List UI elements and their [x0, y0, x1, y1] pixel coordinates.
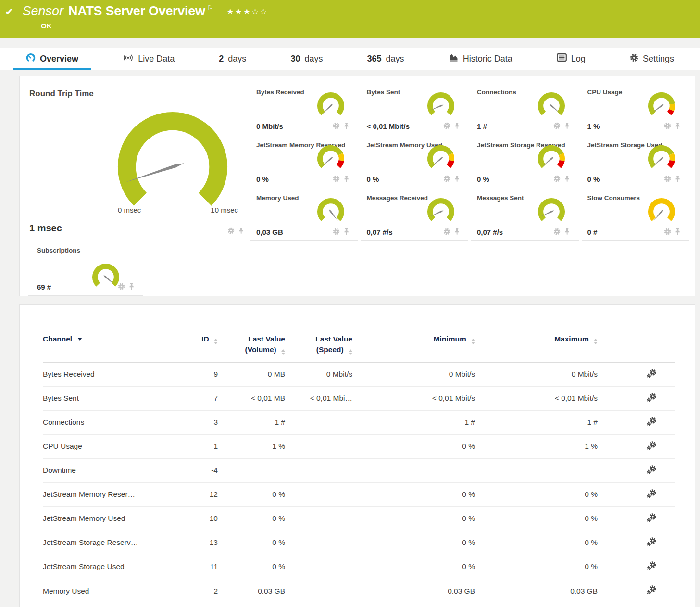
pin-icon[interactable] [344, 122, 349, 131]
channel-settings-gears-icon[interactable] [600, 417, 675, 429]
table-row: JetStream Memory Used100 %0 %0 % [43, 507, 675, 531]
gauge-tile-actions [553, 122, 570, 131]
tab-live-data[interactable]: Live Data [110, 48, 187, 70]
cell-last-value-volume: < 0,01 MB [221, 394, 288, 403]
cell-last-value-volume: 0,03 GB [221, 587, 288, 595]
column-header-id[interactable]: ID [187, 334, 221, 344]
cell-channel[interactable]: CPU Usage [43, 442, 187, 451]
pin-icon[interactable] [675, 175, 680, 184]
sort-arrows-icon[interactable] [349, 349, 352, 355]
tab-range-number: 2 [219, 54, 224, 64]
column-header-min[interactable]: Minimum [355, 334, 478, 344]
channel-settings-gears-icon[interactable] [600, 441, 675, 453]
pin-icon[interactable] [564, 122, 570, 131]
historic-data-icon [449, 53, 459, 64]
gear-icon[interactable] [664, 122, 671, 131]
table-row: JetStream Storage Used110 %0 %0 % [43, 555, 675, 579]
cell-channel[interactable]: Connections [43, 418, 187, 427]
pin-icon[interactable] [675, 228, 680, 237]
column-header-max[interactable]: Maximum [478, 334, 600, 344]
pin-icon[interactable] [344, 175, 349, 184]
tab-historic-data[interactable]: Historic Data [436, 48, 525, 70]
gear-icon[interactable] [333, 175, 340, 184]
pin-icon[interactable] [454, 122, 460, 131]
cell-channel[interactable]: Memory Used [43, 587, 187, 595]
log-icon [557, 53, 567, 64]
pin-icon[interactable] [675, 122, 680, 131]
gauge-value: 0 % [477, 175, 489, 183]
cell-channel[interactable]: JetStream Memory Used [43, 514, 187, 523]
channel-settings-gears-icon[interactable] [600, 489, 675, 501]
pin-icon[interactable] [344, 228, 349, 237]
pin-icon[interactable] [238, 227, 244, 236]
column-header-channel[interactable]: Channel [43, 334, 187, 344]
table-row: CPU Usage11 %0 %1 % [43, 435, 675, 459]
pin-icon[interactable] [564, 228, 570, 237]
gauge-value: 0 % [256, 175, 269, 183]
cell-maximum: 1 # [478, 418, 600, 427]
priority-flag-icon[interactable]: ⚐ [207, 4, 213, 12]
tab-settings[interactable]: Settings [617, 48, 687, 70]
channel-settings-gears-icon[interactable] [600, 465, 675, 477]
gauge-tile-actions [333, 122, 349, 131]
gauge-tile-grid: Bytes Received0 Mbit/s Bytes Sent< 0,01 … [250, 82, 695, 296]
tab-overview[interactable]: Overview [13, 48, 91, 70]
gear-icon[interactable] [553, 175, 561, 184]
sort-arrows-icon[interactable] [214, 339, 218, 344]
gear-icon[interactable] [553, 228, 561, 237]
sort-arrows-icon[interactable] [471, 339, 475, 344]
gear-icon[interactable] [333, 228, 340, 237]
channel-settings-gears-icon[interactable] [600, 561, 675, 573]
channel-settings-gears-icon[interactable] [600, 392, 675, 405]
gauge-value: 0 # [588, 228, 598, 236]
cell-maximum: 0,03 GB [478, 587, 600, 595]
tab-365-days[interactable]: 365days [355, 48, 417, 70]
gauge-value: 0 % [367, 175, 379, 183]
gear-icon[interactable] [443, 228, 450, 237]
gear-icon[interactable] [664, 228, 671, 237]
pin-icon[interactable] [454, 228, 460, 237]
cell-channel[interactable]: Bytes Sent [43, 394, 187, 403]
cell-maximum: 0 % [478, 538, 600, 547]
channel-settings-gears-icon[interactable] [600, 537, 675, 549]
pin-icon[interactable] [454, 175, 460, 184]
gear-icon[interactable] [118, 283, 125, 292]
gauge-tile-actions [664, 122, 680, 131]
gear-icon[interactable] [443, 122, 450, 131]
sort-arrows-icon[interactable] [281, 349, 285, 355]
cell-channel[interactable]: Downtime [43, 466, 187, 475]
gear-icon[interactable] [227, 227, 235, 236]
column-header-speed[interactable]: Last Value(Speed) [288, 334, 355, 355]
object-kind-label: Sensor [22, 4, 63, 19]
pin-icon[interactable] [564, 175, 570, 184]
cell-minimum: 0 % [355, 490, 478, 499]
status-badge: OK [41, 22, 693, 30]
gear-icon[interactable] [443, 175, 450, 184]
cell-channel[interactable]: JetStream Storage Used [43, 562, 187, 571]
priority-stars[interactable]: ★★★☆☆ [226, 7, 268, 16]
cell-last-value-volume: 0 % [221, 538, 288, 547]
cell-channel[interactable]: JetStream Storage Reserv… [43, 538, 187, 547]
tab-2-days[interactable]: 2days [206, 48, 259, 70]
tab-bar: OverviewLive Data2days30days365daysHisto… [0, 48, 700, 70]
cell-maximum: 0 % [478, 514, 600, 523]
gear-icon[interactable] [664, 175, 671, 184]
channel-settings-gears-icon[interactable] [600, 368, 675, 380]
cell-last-value-volume: 0 % [221, 514, 288, 523]
column-header-volume[interactable]: Last Value(Volume) [221, 334, 288, 355]
tab-log[interactable]: Log [544, 48, 598, 70]
cell-channel[interactable]: Bytes Received [43, 370, 187, 379]
sort-desc-icon[interactable] [77, 338, 82, 341]
table-row: Bytes Sent7< 0,01 MB< 0,01 Mbi…< 0,01 Mb… [43, 387, 675, 411]
channel-settings-gears-icon[interactable] [600, 513, 675, 525]
tab-30-days[interactable]: 30days [278, 48, 335, 70]
cell-channel[interactable]: JetStream Memory Reser… [43, 490, 187, 499]
gear-icon[interactable] [333, 122, 340, 131]
pin-icon[interactable] [129, 283, 134, 292]
table-row: JetStream Memory Reser…120 %0 %0 % [43, 483, 675, 507]
cell-minimum: < 0,01 Mbit/s [355, 394, 478, 403]
channel-settings-gears-icon[interactable] [600, 585, 675, 597]
sort-arrows-icon[interactable] [594, 339, 598, 344]
gear-icon[interactable] [553, 122, 561, 131]
overview-icon [26, 53, 36, 65]
